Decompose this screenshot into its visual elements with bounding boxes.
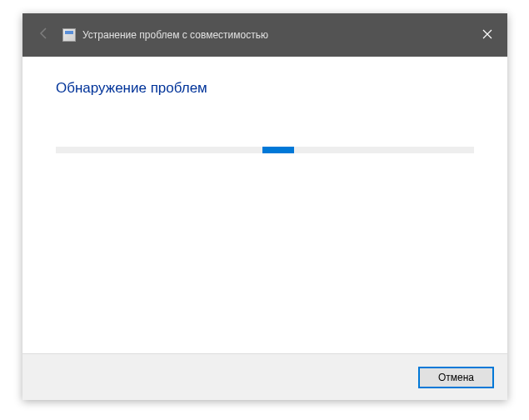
troubleshooter-window: Устранение проблем с совместимостью Обна… bbox=[22, 13, 507, 400]
window-title: Устранение проблем с совместимостью bbox=[82, 29, 268, 41]
close-button[interactable] bbox=[477, 25, 497, 45]
progress-indicator bbox=[262, 147, 294, 153]
titlebar: Устранение проблем с совместимостью bbox=[22, 13, 507, 57]
cancel-button[interactable]: Отмена bbox=[418, 367, 494, 388]
back-arrow-icon bbox=[37, 27, 51, 44]
close-icon bbox=[482, 28, 492, 42]
progress-bar bbox=[56, 147, 474, 153]
page-heading: Обнаружение проблем bbox=[56, 80, 474, 97]
back-button bbox=[32, 23, 56, 47]
app-icon bbox=[62, 28, 76, 42]
footer: Отмена bbox=[22, 353, 507, 400]
content-area: Обнаружение проблем bbox=[22, 57, 507, 353]
